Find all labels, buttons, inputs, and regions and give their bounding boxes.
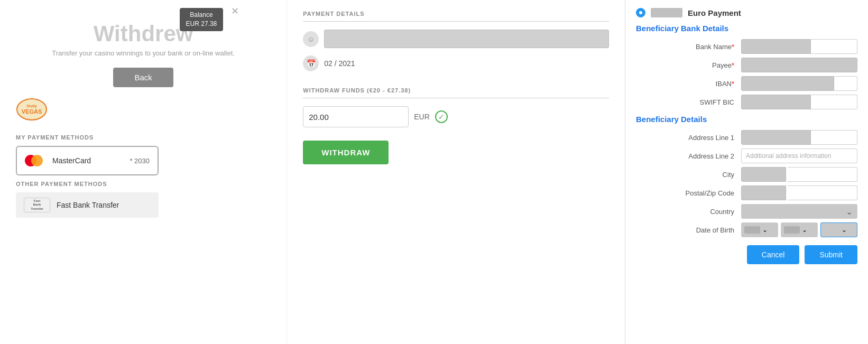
beneficiary-details-title: Beneficiary Details: [636, 115, 857, 124]
payee-input[interactable]: [741, 58, 857, 72]
address1-label: Address Line 1: [636, 134, 738, 142]
back-button[interactable]: Back: [113, 68, 173, 87]
action-buttons: Cancel Submit: [636, 245, 857, 264]
mastercard-label: MasterCard: [52, 156, 91, 165]
withdraw-funds-label: WITHDRAW FUNDS (€20 - €27.38): [303, 87, 609, 98]
logo: Slotty VEGAS: [16, 98, 271, 124]
date-display: 02 / 2021: [324, 59, 355, 68]
mastercard-orange-circle: [31, 155, 43, 166]
dob-month-select[interactable]: ⌄: [781, 222, 818, 237]
dob-day-select[interactable]: ⌄: [741, 222, 778, 237]
postal-input[interactable]: [741, 185, 857, 200]
balance-badge: Balance EUR 27.38: [180, 8, 224, 31]
beneficiary-bank-title: Beneficiary Bank Details: [636, 24, 857, 33]
balance-amount: EUR 27.38: [186, 20, 217, 29]
city-label: City: [636, 171, 738, 179]
bank-form: Bank Name* Payee* IBAN* SWIFT BIC: [636, 39, 857, 109]
mastercard-number: * 2030: [130, 157, 150, 165]
other-payment-methods-list: FastBankTransfer Fast Bank Transfer: [16, 192, 159, 218]
page-subtitle: Transfer your casino winnings to your ba…: [16, 49, 271, 57]
right-panel: Euro Payment Beneficiary Bank Details Ba…: [625, 0, 868, 344]
euro-label-bar: [651, 8, 682, 17]
dob-row: ⌄ ⌄ ⌄: [741, 222, 857, 237]
fast-bank-icon: FastBankTransfer: [24, 198, 50, 212]
calendar-icon: 📅: [303, 55, 319, 71]
payee-label: Payee*: [636, 61, 738, 69]
fast-bank-option[interactable]: FastBankTransfer Fast Bank Transfer: [16, 192, 159, 218]
euro-payment-header: Euro Payment: [636, 8, 857, 17]
submit-button[interactable]: Submit: [805, 245, 857, 264]
funds-amount-input[interactable]: [303, 106, 409, 127]
left-panel: Balance EUR 27.38 ✕ Withdrew Transfer yo…: [0, 0, 287, 344]
beneficiary-form: Address Line 1 Address Line 2 Additional…: [636, 130, 857, 237]
card-holder-input[interactable]: [324, 30, 609, 48]
my-payment-methods-label: MY PAYMENT METHODS: [16, 134, 271, 141]
bank-name-input[interactable]: [741, 39, 857, 54]
check-icon: ✓: [435, 110, 448, 123]
withdraw-button[interactable]: WITHDRAW: [303, 141, 389, 164]
country-select[interactable]: ⌄: [741, 204, 857, 219]
city-input[interactable]: [741, 167, 857, 182]
payment-details-label: PAYMENT DETAILS: [303, 11, 609, 22]
card-holder-row: ☺: [303, 30, 609, 48]
bank-name-label: Bank Name*: [636, 43, 738, 51]
swift-bic-label: SWIFT BIC: [636, 98, 738, 106]
svg-text:VEGAS: VEGAS: [22, 108, 42, 115]
postal-label: Postal/Zip Code: [636, 189, 738, 197]
mastercard-option[interactable]: MasterCard * 2030: [16, 146, 159, 175]
payment-methods-list: MasterCard * 2030: [16, 146, 159, 175]
cancel-button[interactable]: Cancel: [747, 245, 800, 264]
date-row: 📅 02 / 2021: [303, 55, 609, 71]
user-icon: ☺: [303, 31, 319, 47]
dob-label: Date of Birth: [636, 226, 738, 234]
address2-input[interactable]: Additional address information: [741, 148, 857, 163]
iban-input[interactable]: [741, 76, 857, 91]
dob-year-select[interactable]: ⌄: [820, 222, 857, 237]
iban-label: IBAN*: [636, 80, 738, 88]
address2-label: Address Line 2: [636, 152, 738, 160]
page-title: Withdrew: [16, 21, 271, 47]
balance-label: Balance: [186, 11, 217, 20]
euro-payment-text: Euro Payment: [688, 8, 741, 17]
euro-payment-radio[interactable]: [636, 8, 645, 17]
other-payment-methods-label: OTHER PAYMENT METHODS: [16, 181, 271, 187]
address1-input[interactable]: [741, 130, 857, 145]
swift-bic-input[interactable]: [741, 95, 857, 109]
svg-text:Slotty: Slotty: [26, 104, 37, 108]
mastercard-icon: [25, 153, 46, 168]
currency-label: EUR: [414, 113, 430, 121]
funds-row: EUR ✓: [303, 106, 609, 127]
country-label: Country: [636, 208, 738, 216]
close-button[interactable]: ✕: [231, 5, 239, 17]
payment-details-panel: PAYMENT DETAILS ☺ 📅 02 / 2021 WITHDRAW F…: [287, 0, 625, 344]
fast-bank-label: Fast Bank Transfer: [57, 201, 119, 209]
logo-icon: Slotty VEGAS: [16, 98, 48, 122]
